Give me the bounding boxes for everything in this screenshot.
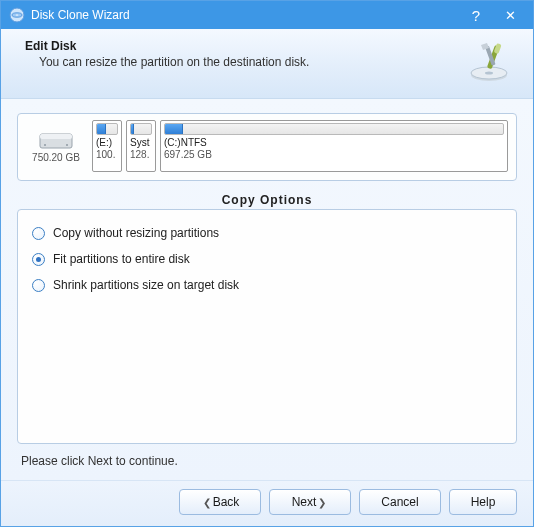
partition-1-size: 128. — [130, 149, 152, 160]
partition-2-size: 697.25 GB — [164, 149, 504, 160]
disk-total-size: 750.20 GB — [32, 152, 80, 163]
next-button[interactable]: Next ❯ — [269, 489, 351, 515]
svg-rect-10 — [40, 134, 72, 139]
wizard-window: Disk Clone Wizard ? ✕ Edit Disk You can … — [0, 0, 534, 527]
partition-2-fill — [165, 124, 183, 134]
titlebar: Disk Clone Wizard ? ✕ — [1, 1, 533, 29]
partition-2[interactable]: (C:)NTFS 697.25 GB — [160, 120, 508, 172]
app-icon — [9, 7, 25, 23]
titlebar-close-button[interactable]: ✕ — [493, 5, 527, 25]
titlebar-help-button[interactable]: ? — [459, 5, 493, 25]
help-button[interactable]: Help — [449, 489, 517, 515]
partition-0-fill — [97, 124, 106, 134]
partition-1-label: Syst — [130, 137, 152, 149]
wizard-body: 750.20 GB (E:) 100. Syst 128. (C:)NTFS 6… — [1, 99, 533, 480]
option-label: Fit partitions to entire disk — [53, 252, 190, 266]
radio-icon — [32, 227, 45, 240]
option-shrink-partitions[interactable]: Shrink partitions size on target disk — [32, 278, 502, 292]
svg-point-2 — [16, 14, 19, 15]
back-button[interactable]: ❮ Back — [179, 489, 261, 515]
hdd-icon — [39, 130, 73, 152]
svg-point-12 — [66, 144, 68, 146]
header-subtitle: You can resize the partition on the dest… — [39, 55, 309, 69]
disk-layout-panel: 750.20 GB (E:) 100. Syst 128. (C:)NTFS 6… — [17, 113, 517, 181]
radio-icon — [32, 279, 45, 292]
partition-1[interactable]: Syst 128. — [126, 120, 156, 172]
next-button-label: Next — [292, 495, 317, 509]
disk-info: 750.20 GB — [26, 120, 86, 172]
wizard-footer: ❮ Back Next ❯ Cancel Help — [1, 480, 533, 526]
cancel-button-label: Cancel — [381, 495, 418, 509]
option-copy-without-resize[interactable]: Copy without resizing partitions — [32, 226, 502, 240]
cancel-button[interactable]: Cancel — [359, 489, 441, 515]
partition-strip: (E:) 100. Syst 128. (C:)NTFS 697.25 GB — [92, 120, 508, 172]
copy-options-panel: Copy without resizing partitions Fit par… — [17, 209, 517, 444]
continue-hint: Please click Next to continue. — [21, 454, 515, 468]
help-button-label: Help — [471, 495, 496, 509]
partition-0[interactable]: (E:) 100. — [92, 120, 122, 172]
svg-point-11 — [44, 144, 46, 146]
partition-0-size: 100. — [96, 149, 118, 160]
chevron-right-icon: ❯ — [318, 497, 326, 508]
header-text: Edit Disk You can resize the partition o… — [25, 37, 309, 69]
wizard-header: Edit Disk You can resize the partition o… — [1, 29, 533, 99]
radio-icon — [32, 253, 45, 266]
copy-options-title: Copy Options — [17, 193, 517, 207]
wizard-tools-icon — [467, 37, 515, 85]
back-button-label: Back — [213, 495, 240, 509]
header-title: Edit Disk — [25, 39, 309, 53]
option-fit-entire-disk[interactable]: Fit partitions to entire disk — [32, 252, 502, 266]
partition-0-label: (E:) — [96, 137, 118, 149]
window-title: Disk Clone Wizard — [31, 8, 459, 22]
partition-2-label: (C:)NTFS — [164, 137, 504, 149]
partition-1-fill — [131, 124, 134, 134]
svg-point-5 — [485, 72, 493, 75]
chevron-left-icon: ❮ — [203, 497, 211, 508]
option-label: Shrink partitions size on target disk — [53, 278, 239, 292]
option-label: Copy without resizing partitions — [53, 226, 219, 240]
